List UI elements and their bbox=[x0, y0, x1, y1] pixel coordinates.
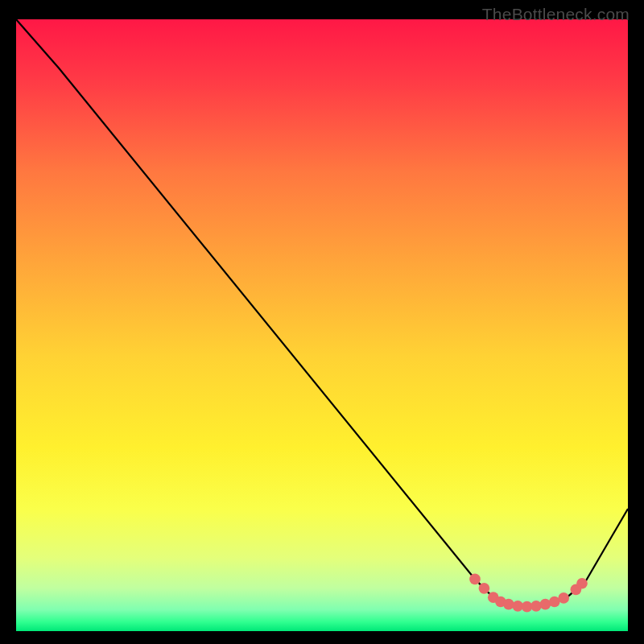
valley-dot bbox=[479, 583, 490, 594]
valley-dot bbox=[576, 578, 588, 589]
chart-plot-area bbox=[16, 19, 628, 631]
valley-dot bbox=[530, 601, 542, 612]
chart-overlay bbox=[16, 19, 628, 631]
valley-dot bbox=[503, 599, 514, 610]
valley-dot bbox=[469, 574, 481, 585]
bottleneck-curve-line bbox=[16, 19, 628, 607]
watermark-text: TheBottleneck.com bbox=[482, 5, 630, 24]
valley-dots-group bbox=[469, 574, 588, 613]
valley-dot bbox=[558, 592, 569, 604]
